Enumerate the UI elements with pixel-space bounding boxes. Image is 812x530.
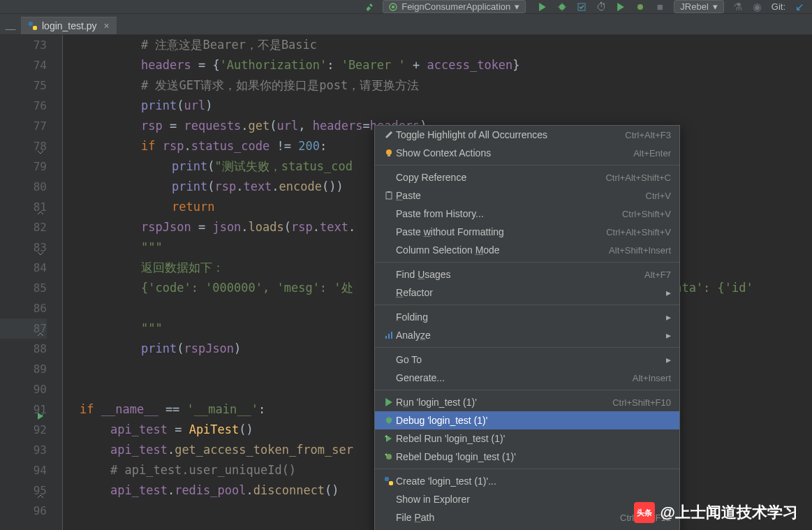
menu-item-label: Debug 'login_test (1)' (396, 415, 671, 426)
submenu-arrow-icon: ▸ (666, 287, 671, 298)
debug-icon[interactable] (556, 1, 568, 13)
submenu-arrow-icon: ▸ (666, 354, 671, 365)
submenu-arrow-icon: ▸ (666, 330, 671, 341)
menu-shortcut: Ctrl+Shift+V (622, 209, 671, 219)
menu-item[interactable]: Rebel Run 'login_test (1)' (375, 429, 679, 448)
svg-point-2 (559, 4, 565, 10)
tab-login-test[interactable]: login_test.py × (21, 17, 117, 34)
line-number: 92 (0, 420, 47, 440)
menu-item-label: Create 'login_test (1)'... (396, 476, 671, 487)
run-config-selector[interactable]: FeignConsumerApplication ▾ (383, 0, 526, 13)
svg-rect-15 (385, 336, 387, 339)
menu-item[interactable]: Folding▸ (375, 308, 679, 326)
menu-item[interactable]: Toggle Highlight of All OccurrencesCtrl+… (375, 126, 679, 144)
rebel-run-icon[interactable] (615, 1, 626, 13)
menu-item[interactable]: Analyze▸ (375, 326, 679, 344)
chevron-down-icon: ▾ (515, 1, 519, 12)
svg-rect-14 (387, 191, 390, 193)
svg-rect-9 (29, 22, 33, 26)
analyze-icon (382, 330, 396, 340)
code-line[interactable]: print(url) (68, 96, 812, 116)
menu-item[interactable]: PasteCtrl+V (375, 186, 679, 205)
line-number: 77 (0, 116, 47, 136)
editor-tabs: — login_test.py × (0, 14, 812, 35)
svg-point-8 (637, 4, 643, 10)
menu-shortcut: Ctrl+Alt+Shift+V (606, 227, 671, 237)
menu-item-label: Show in Explorer (396, 494, 671, 505)
flask-icon[interactable]: ⚗ (732, 1, 744, 13)
coverage-icon[interactable] (576, 1, 587, 13)
menu-item-label: Paste from History... (396, 208, 622, 219)
menu-shortcut: Alt+Enter (633, 148, 671, 159)
menu-item[interactable]: Show Context ActionsAlt+Enter (375, 144, 679, 162)
menu-item[interactable]: Paste from History...Ctrl+Shift+V (375, 205, 679, 223)
menu-item-label: Analyze (396, 330, 666, 341)
line-number: 96 (0, 501, 47, 521)
fold-icon[interactable] (37, 243, 44, 250)
menu-separator (375, 347, 679, 348)
line-number: 85 (0, 278, 47, 298)
line-number: 94 (0, 460, 47, 480)
menu-separator (375, 262, 679, 263)
line-number: 74 (0, 55, 47, 75)
code-line[interactable]: headers = {'Authorization': 'Bearer ' + … (68, 55, 812, 75)
line-number: 82 (0, 217, 47, 237)
jrebel-selector[interactable]: JRebel ▾ (674, 0, 723, 13)
menu-item[interactable]: Run 'login_test (1)'Ctrl+Shift+F10 (375, 393, 679, 411)
menu-item[interactable]: Refactor▸ (375, 284, 679, 302)
svg-point-18 (386, 418, 392, 423)
profile-icon[interactable]: ⏱ (596, 1, 607, 13)
rebel-debug-icon[interactable] (635, 1, 646, 13)
hammer-icon[interactable] (364, 1, 376, 13)
run-config-label: FeignConsumerApplication (401, 1, 510, 12)
menu-separator (375, 390, 679, 390)
menu-item[interactable]: Generate...Alt+Insert (375, 369, 679, 387)
pencil-icon (382, 130, 396, 140)
menu-item[interactable]: Rebel Debug 'login_test (1)' (375, 448, 679, 466)
menu-item[interactable]: Debug 'login_test (1)' (375, 411, 679, 429)
svg-line-21 (385, 418, 387, 419)
menu-shortcut: Alt+Shift+Insert (609, 245, 671, 256)
menu-item-label: Show Context Actions (396, 147, 633, 159)
context-menu: Toggle Highlight of All OccurrencesCtrl+… (374, 125, 680, 530)
fold-icon[interactable] (37, 486, 44, 493)
menu-item[interactable]: Go To▸ (375, 351, 679, 369)
menu-shortcut: Alt+F7 (644, 270, 671, 280)
py-icon (382, 476, 396, 486)
fold-icon[interactable] (37, 203, 44, 209)
menu-item-label: Folding (396, 311, 666, 323)
line-number: 89 (0, 359, 47, 379)
code-line[interactable]: # 注意这是Bearer，不是Basic (68, 35, 812, 55)
line-number: 87 (0, 318, 47, 339)
menu-item[interactable]: Find UsagesAlt+F7 (375, 265, 679, 284)
menu-separator (375, 304, 679, 305)
tab-filename: login_test.py (42, 20, 97, 31)
menu-item[interactable]: Tail in Console (375, 527, 679, 530)
menu-shortcut: Alt+Insert (633, 373, 671, 383)
menu-separator (375, 165, 679, 165)
run-icon[interactable] (537, 1, 548, 13)
rebel-d-icon (382, 452, 396, 462)
avatar-icon[interactable]: ◉ (752, 1, 763, 13)
menu-item[interactable]: Create 'login_test (1)'... (375, 472, 679, 490)
menu-shortcut: Ctrl+Alt+Shift+C (605, 172, 671, 183)
menu-shortcut: Ctrl+Shift+F10 (612, 397, 671, 408)
bulb-icon (382, 148, 396, 158)
menu-item[interactable]: Column Selection ModeAlt+Shift+Insert (375, 241, 679, 259)
collapse-icon[interactable]: — (0, 22, 21, 34)
line-number: 95 (0, 480, 47, 501)
line-number: 73 (0, 35, 47, 55)
git-update-icon[interactable]: ↙ (794, 1, 805, 13)
menu-item-label: Paste (396, 190, 646, 201)
close-icon[interactable]: × (104, 20, 110, 31)
code-line[interactable]: # 发送GET请求，如果你的接口是post，请更换方法 (68, 75, 812, 96)
line-number: 76 (0, 96, 47, 116)
fold-icon[interactable] (37, 142, 44, 149)
git-label: Git: (772, 1, 785, 12)
menu-item-label: Go To (396, 354, 666, 365)
fold-icon[interactable] (37, 324, 44, 331)
chevron-down-icon: ▾ (713, 1, 718, 12)
line-number: 75 (0, 75, 47, 96)
menu-item[interactable]: Paste without FormattingCtrl+Alt+Shift+V (375, 223, 679, 241)
menu-item[interactable]: Copy ReferenceCtrl+Alt+Shift+C (375, 168, 679, 186)
